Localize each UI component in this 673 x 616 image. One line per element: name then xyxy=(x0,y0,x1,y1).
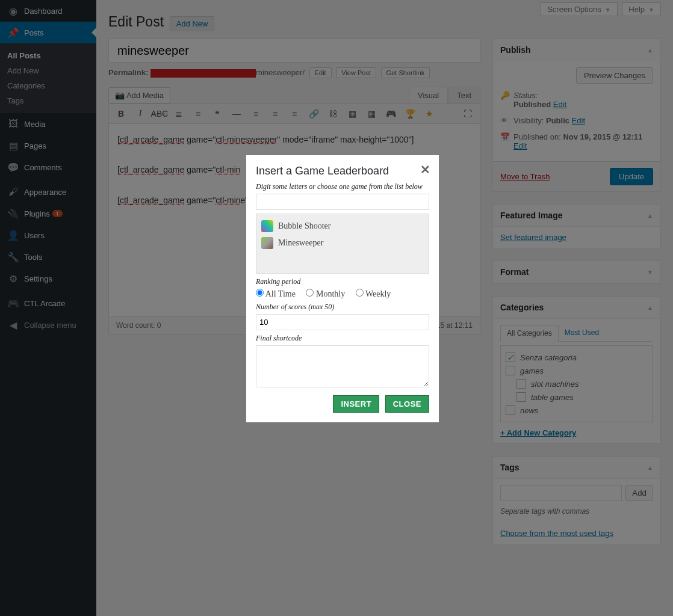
game-search-input[interactable] xyxy=(256,194,429,210)
shortcode-label: Final shortcode xyxy=(256,334,429,343)
close-button[interactable]: CLOSE xyxy=(385,395,429,413)
modal-title: Insert a Game Leaderboard xyxy=(256,165,429,177)
game-list-item[interactable]: Bubble Shooter xyxy=(260,218,425,235)
insert-button[interactable]: INSERT xyxy=(333,395,379,413)
ranking-label: Ranking period xyxy=(256,277,429,286)
num-scores-input[interactable] xyxy=(256,314,429,330)
search-label: Digit some letters or choose one game fr… xyxy=(256,182,429,191)
radio-all-time[interactable]: All Time xyxy=(256,289,296,298)
num-scores-label: Number of scores (max 50) xyxy=(256,303,429,312)
game-list-item[interactable]: Minesweeper xyxy=(260,235,425,251)
radio-weekly[interactable]: Weekly xyxy=(356,289,391,298)
leaderboard-modal: ✕ Insert a Game Leaderboard Digit some l… xyxy=(246,155,439,422)
game-name: Bubble Shooter xyxy=(278,221,331,231)
modal-close-button[interactable]: ✕ xyxy=(420,162,430,177)
shortcode-output[interactable] xyxy=(256,345,429,387)
game-list: Bubble ShooterMinesweeper xyxy=(256,214,429,274)
radio-monthly[interactable]: Monthly xyxy=(306,289,345,298)
game-thumbnail-icon xyxy=(261,237,273,249)
game-name: Minesweeper xyxy=(278,238,323,248)
game-thumbnail-icon xyxy=(261,220,273,232)
